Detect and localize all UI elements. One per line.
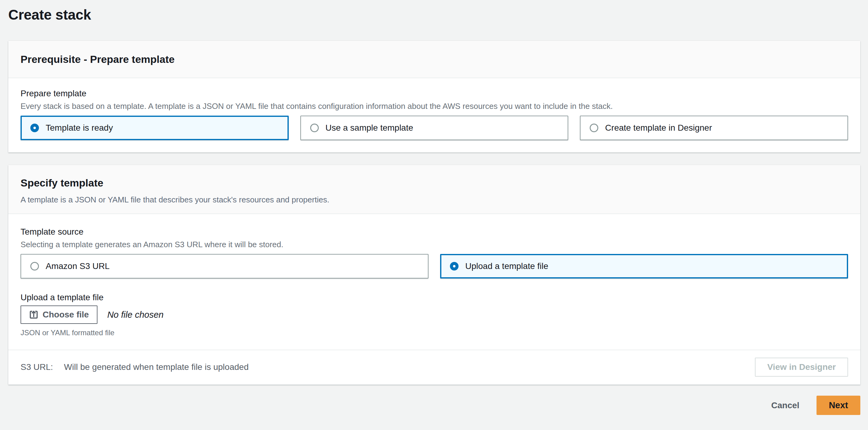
radio-tile-label: Upload a template file bbox=[465, 261, 548, 271]
specify-template-card-footer: S3 URL: Will be generated when template … bbox=[8, 350, 860, 384]
radio-tile-amazon-s3-url[interactable]: Amazon S3 URL bbox=[21, 254, 429, 279]
radio-unselected-icon bbox=[590, 123, 598, 132]
specify-template-card-description: A template is a JSON or YAML file that d… bbox=[21, 195, 848, 205]
radio-tile-label: Use a sample template bbox=[326, 123, 413, 133]
radio-unselected-icon bbox=[310, 123, 319, 132]
specify-template-card-header: Specify template A template is a JSON or… bbox=[8, 165, 860, 214]
choose-file-button-label: Choose file bbox=[42, 310, 89, 320]
radio-unselected-icon bbox=[30, 262, 39, 270]
view-in-designer-button[interactable]: View in Designer bbox=[755, 357, 848, 377]
s3-url-row: S3 URL: Will be generated when template … bbox=[21, 362, 249, 372]
radio-tile-label: Amazon S3 URL bbox=[46, 261, 110, 271]
prerequisite-card-header: Prerequisite - Prepare template bbox=[8, 41, 860, 78]
specify-template-card-title: Specify template bbox=[21, 176, 848, 190]
create-stack-page: Create stack Prerequisite - Prepare temp… bbox=[0, 5, 868, 428]
next-button[interactable]: Next bbox=[816, 396, 860, 415]
radio-tile-label: Create template in Designer bbox=[605, 123, 712, 133]
wizard-actions: Cancel Next bbox=[8, 396, 860, 428]
template-source-label: Template source bbox=[21, 226, 848, 237]
radio-tile-label: Template is ready bbox=[46, 123, 113, 133]
radio-tile-upload-template-file[interactable]: Upload a template file bbox=[440, 254, 848, 279]
page-title: Create stack bbox=[8, 5, 860, 25]
prepare-template-label: Prepare template bbox=[21, 88, 848, 99]
specify-template-card: Specify template A template is a JSON or… bbox=[8, 165, 860, 384]
prepare-template-description: Every stack is based on a template. A te… bbox=[21, 101, 848, 111]
file-upload-row: Choose file No file chosen bbox=[21, 306, 848, 324]
choose-file-button[interactable]: Choose file bbox=[21, 306, 97, 324]
radio-selected-icon bbox=[30, 123, 39, 132]
radio-tile-create-template-in-designer[interactable]: Create template in Designer bbox=[580, 116, 848, 140]
specify-template-card-body: Template source Selecting a template gen… bbox=[8, 214, 860, 337]
cancel-button[interactable]: Cancel bbox=[771, 401, 799, 410]
file-format-constraint: JSON or YAML formatted file bbox=[21, 328, 848, 337]
radio-selected-icon bbox=[450, 262, 459, 270]
prerequisite-card-title: Prerequisite - Prepare template bbox=[21, 53, 848, 66]
radio-tile-use-sample-template[interactable]: Use a sample template bbox=[300, 116, 568, 140]
s3-url-label: S3 URL: bbox=[21, 362, 53, 372]
radio-tile-template-is-ready[interactable]: Template is ready bbox=[21, 116, 289, 140]
file-chosen-status: No file chosen bbox=[107, 310, 164, 320]
prerequisite-card-body: Prepare template Every stack is based on… bbox=[8, 78, 860, 152]
prepare-template-radio-group: Template is ready Use a sample template … bbox=[21, 116, 848, 140]
prerequisite-card: Prerequisite - Prepare template Prepare … bbox=[8, 41, 860, 152]
template-source-radio-group: Amazon S3 URL Upload a template file bbox=[21, 254, 848, 279]
upload-icon bbox=[29, 310, 38, 319]
s3-url-value: Will be generated when template file is … bbox=[64, 362, 249, 372]
template-source-description: Selecting a template generates an Amazon… bbox=[21, 239, 848, 250]
upload-template-file-label: Upload a template file bbox=[21, 292, 848, 303]
